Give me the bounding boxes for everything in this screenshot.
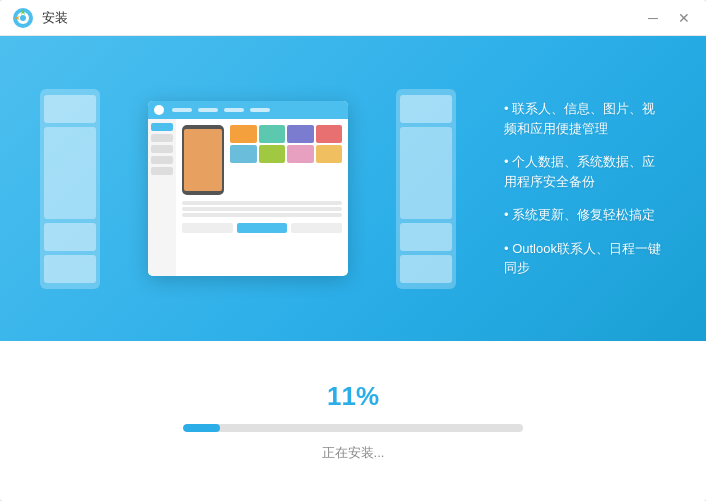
mockup-phone-area [182,125,342,195]
mockup-action-btn2 [237,223,288,233]
mockup-nav-item [172,108,192,112]
right-panel-row3 [400,255,452,283]
grid-cell-3 [287,125,314,143]
mockup-body [148,119,348,276]
app-mockup [148,101,348,276]
mockup-sidebar [148,119,176,276]
svg-point-2 [20,15,26,21]
app-logo-icon [12,7,34,29]
left-panel-image [44,127,96,219]
grid-cell-5 [230,145,257,163]
mockup-main [176,119,348,276]
progress-bar-container [183,424,523,432]
feature-item-2: • 个人数据、系统数据、应用程序安全备份 [504,152,666,191]
mockup-sb-item2 [151,134,173,142]
mockup-actions [182,223,342,233]
left-panel-row3 [44,255,96,283]
feature-item-3: • 系统更新、修复轻松搞定 [504,205,666,225]
mockup-bottom-bars [182,201,342,217]
grid-cell-4 [316,125,343,143]
grid-cell-6 [259,145,286,163]
mockup-bar1 [182,201,342,205]
window-controls: ─ ✕ [644,9,694,27]
mockup-action-btn1 [182,223,233,233]
mockup-nav-item2 [198,108,218,112]
left-panel-row2 [44,223,96,251]
mockup-bar2 [182,207,342,211]
right-panel-image [400,127,452,219]
main-window: 安装 ─ ✕ [0,0,706,501]
mockup-sb-item3 [151,145,173,153]
mockup-sb-item [151,123,173,131]
mockup-bar3 [182,213,342,217]
app-window-mockup [148,101,348,276]
progress-status: 正在安装... [322,444,385,462]
right-panel-row2 [400,223,452,251]
close-button[interactable]: ✕ [674,9,694,27]
grid-cell-8 [316,145,343,163]
mockup-nav-item4 [250,108,270,112]
feature-list: • 联系人、信息、图片、视频和应用便捷管理 • 个人数据、系统数据、应用程序安全… [504,99,666,278]
content-top: • 联系人、信息、图片、视频和应用便捷管理 • 个人数据、系统数据、应用程序安全… [0,36,706,341]
minimize-button[interactable]: ─ [644,9,662,27]
mockup-action-btn3 [291,223,342,233]
mockup-sb-item5 [151,167,173,175]
content-bottom: 11% 正在安装... [0,341,706,501]
left-panel-row [44,95,96,123]
mockup-grid [230,125,342,163]
progress-percent: 11% [327,381,379,412]
mockup-nav [172,108,270,112]
mockup-titlebar [148,101,348,119]
grid-cell-2 [259,125,286,143]
phone-screen [184,129,222,191]
grid-cell-7 [287,145,314,163]
progress-bar-fill [183,424,220,432]
left-panel [40,89,100,289]
window-title: 安装 [42,9,68,27]
feature-item-4: • Outlook联系人、日程一键同步 [504,239,666,278]
mockup-sb-item4 [151,156,173,164]
right-panel [396,89,456,289]
mockup-nav-item3 [224,108,244,112]
phone-mockup [182,125,224,195]
mockup-logo [154,105,164,115]
titlebar: 安装 ─ ✕ [0,0,706,36]
right-panel-row [400,95,452,123]
grid-cell-1 [230,125,257,143]
feature-item-1: • 联系人、信息、图片、视频和应用便捷管理 [504,99,666,138]
